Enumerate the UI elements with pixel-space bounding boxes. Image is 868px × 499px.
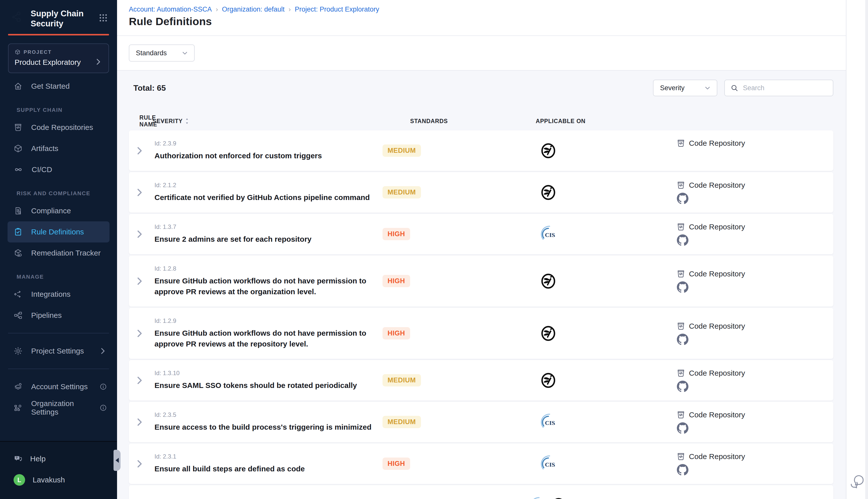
- rule-id: Id: 1.3.7: [154, 223, 380, 230]
- severity-filter-label: Severity: [660, 84, 685, 92]
- breadcrumb-link[interactable]: Account: Automation-SSCA: [129, 5, 212, 13]
- sidebar-item-artifacts[interactable]: Artifacts: [0, 138, 117, 159]
- sidebar-item-label: Code Repositories: [31, 123, 93, 132]
- breadcrumb-link[interactable]: Organization: default: [222, 5, 285, 13]
- standards-cell: CIS: [478, 455, 619, 473]
- user-menu[interactable]: L Lavakush: [0, 469, 117, 490]
- column-header-rule-name[interactable]: RULE NAME: [129, 114, 150, 128]
- sidebar-item-label: Pipelines: [31, 311, 62, 320]
- owasp-standard-icon: [540, 372, 557, 389]
- standards-cell: [478, 184, 619, 201]
- project-selector[interactable]: PROJECT Product Exploratory: [8, 44, 109, 73]
- table-row[interactable]: Id: 2.1.2Certificate not verified by Git…: [129, 172, 833, 212]
- applicable-on-cell: Code Repository: [619, 222, 833, 246]
- table-row[interactable]: Id: 1.3.7Ensure 2 admins are set for eac…: [129, 214, 833, 254]
- rule-id: Id: 2.3.5: [154, 411, 380, 418]
- sidebar-item-label: Organization Settings: [31, 399, 91, 416]
- table-row[interactable]: Id: 1.3.10Ensure SAML SSO tokens should …: [129, 360, 833, 401]
- help-label: Help: [30, 454, 46, 463]
- chevron-right-icon: [134, 145, 145, 156]
- standards-cell: [478, 325, 619, 342]
- sidebar-item-organization-settings[interactable]: Organization Settings: [0, 397, 117, 418]
- sidebar-item-rule-definitions[interactable]: Rule Definitions: [8, 221, 110, 242]
- sidebar-item-compliance[interactable]: Compliance: [0, 200, 117, 221]
- rule-name: Ensure access to the build process's tri…: [154, 422, 380, 433]
- sidebar-item-remediation-tracker[interactable]: Remediation Tracker: [0, 242, 117, 264]
- rule-name-cell: Id: 2.1.2Certificate not verified by Git…: [150, 182, 380, 203]
- column-header-severity[interactable]: SEVERITY: [150, 118, 380, 125]
- sidebar-item-label: Compliance: [31, 207, 71, 215]
- rule-name-cell: Id: 2.3.9Authorization not enforced for …: [150, 140, 380, 161]
- search-input[interactable]: [742, 84, 827, 92]
- table-row[interactable]: Id: 2.3.5Ensure access to the build proc…: [129, 402, 833, 442]
- main-content: Account: Automation-SSCA›Organization: d…: [117, 0, 846, 499]
- sidebar-item-pipelines[interactable]: Pipelines: [0, 305, 117, 326]
- code-repository-icon: [677, 452, 685, 461]
- sidebar-item-project-settings[interactable]: Project Settings: [0, 340, 117, 362]
- code-repository-icon: [677, 222, 685, 231]
- github-provider-icon: [677, 464, 833, 476]
- row-expand-chevron[interactable]: [129, 229, 150, 240]
- rule-id: Id: 1.2.8: [154, 265, 380, 272]
- sort-both-icon: [185, 118, 189, 124]
- code-repository-icon: [677, 139, 685, 148]
- applicable-on-cell: Code Repository: [619, 410, 833, 434]
- sidebar-item-integrations[interactable]: Integrations: [0, 284, 117, 305]
- github-icon: [677, 234, 689, 246]
- severity-badge: MEDIUM: [383, 186, 421, 198]
- code-repository-icon: [677, 369, 685, 378]
- standards-filter-dropdown[interactable]: Standards: [129, 45, 195, 62]
- module-grid-icon[interactable]: [98, 13, 109, 24]
- layers-gear-icon: [14, 382, 23, 391]
- sidebar-item-get-started[interactable]: Get Started: [0, 76, 117, 97]
- table-row[interactable]: Id: 1.2.9Ensure GitHub action workflows …: [129, 308, 833, 359]
- infinity-icon: [14, 165, 23, 174]
- breadcrumb-link[interactable]: Project: Product Exploratory: [295, 5, 379, 13]
- rule-id: Id: 2.3.9: [154, 140, 380, 147]
- table-row[interactable]: Id: 2.3.9Authorization not enforced for …: [129, 130, 833, 171]
- rule-id: Id: 1.3.10: [154, 369, 380, 377]
- sidebar-item-ci-cd[interactable]: CI/CD: [0, 159, 117, 180]
- table-row[interactable]: Id: 1.1.9HIGHCISCode Repository: [129, 485, 833, 499]
- org-gear-icon: [14, 403, 23, 412]
- module-grid-icon: [98, 13, 109, 23]
- github-provider-icon: [677, 422, 833, 434]
- code-repository-icon: [677, 321, 685, 331]
- chevron-right-icon: [134, 187, 145, 198]
- row-expand-chevron[interactable]: [129, 375, 150, 386]
- standards-cell: CIS: [478, 225, 619, 243]
- chevron-right-icon: [98, 347, 107, 355]
- rule-name-cell: Id: 1.2.8Ensure GitHub action workflows …: [150, 265, 380, 297]
- row-expand-chevron[interactable]: [129, 328, 150, 339]
- row-expand-chevron[interactable]: [129, 459, 150, 469]
- help-button[interactable]: ? Help: [0, 448, 117, 469]
- table-row[interactable]: Id: 2.3.1Ensure all build steps are defi…: [129, 443, 833, 484]
- applicable-on-cell: Code Repository: [619, 321, 833, 345]
- rule-name: Ensure SAML SSO tokens should be rotated…: [154, 380, 380, 391]
- github-icon: [677, 464, 689, 476]
- sidebar-item-code-repositories[interactable]: Code Repositories: [0, 117, 117, 138]
- row-expand-chevron[interactable]: [129, 276, 150, 287]
- scrollbar-track[interactable]: [865, 0, 868, 499]
- row-expand-chevron[interactable]: [129, 187, 150, 198]
- feedback-chat-icon[interactable]: [849, 473, 866, 491]
- sidebar-item-account-settings[interactable]: Account Settings: [0, 376, 117, 397]
- chevron-right-icon: [134, 375, 145, 386]
- repo-icon: [14, 123, 23, 132]
- table-row[interactable]: Id: 1.2.8Ensure GitHub action workflows …: [129, 256, 833, 306]
- row-expand-chevron[interactable]: [129, 417, 150, 427]
- column-header-standards[interactable]: STANDARDS: [380, 118, 478, 125]
- chevron-down-icon: [181, 49, 189, 57]
- column-header-applicable-on[interactable]: APPLICABLE ON: [478, 118, 619, 125]
- sidebar-collapse-handle[interactable]: [113, 450, 121, 471]
- standards-cell: [478, 273, 619, 290]
- app-root: Supply Chain Security PROJECT Product Ex…: [0, 0, 868, 499]
- row-expand-chevron[interactable]: [129, 145, 150, 156]
- info-icon: [99, 383, 107, 390]
- integrations-icon: [14, 290, 23, 299]
- applicable-on-cell: Code Repository</>: [619, 139, 833, 163]
- repo-icon: [14, 123, 23, 132]
- applicable-target: Code Repository: [677, 452, 833, 461]
- sidebar-footer: ? Help L Lavakush: [0, 441, 117, 499]
- severity-filter-dropdown[interactable]: Severity: [653, 80, 717, 96]
